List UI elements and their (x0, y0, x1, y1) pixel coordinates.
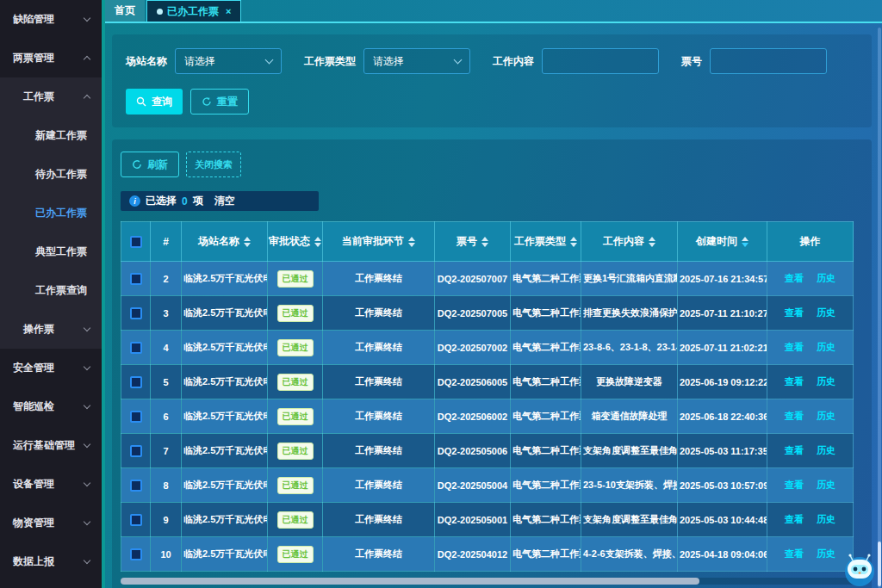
history-link[interactable]: 历史 (817, 514, 835, 524)
sort-icon[interactable] (742, 237, 748, 247)
cell-ticket-type: 电气第二种工作票 (511, 503, 581, 537)
chevron-down-icon (84, 518, 90, 525)
history-link[interactable]: 历史 (817, 376, 835, 387)
column-header-station[interactable]: 场站名称 (182, 222, 268, 262)
sidebar-item-work-ticket[interactable]: 工作票 (0, 77, 102, 116)
cell-created: 2025-06-18 22:40:36 (678, 399, 767, 434)
cell-index: 4 (151, 331, 182, 365)
sidebar-item-material-management[interactable]: 物资管理 (0, 504, 102, 542)
sort-icon[interactable] (408, 237, 415, 247)
view-link[interactable]: 查看 (785, 273, 804, 283)
table-row: 8 临洮2.5万千瓦光伏电.. 已通过 工作票终结 DQ2-202505004 … (121, 468, 854, 503)
sort-icon[interactable] (314, 237, 321, 247)
sidebar-item-operation-basic-management[interactable]: 运行基础管理 (0, 426, 102, 465)
cell-created: 2025-05-03 10:57:09 (678, 468, 767, 503)
sidebar-item-new-work-ticket[interactable]: 新建工作票 (0, 116, 102, 155)
station-name-select[interactable]: 请选择 (175, 48, 282, 74)
row-checkbox[interactable] (130, 342, 142, 354)
column-header-ticket-no[interactable]: 票号 (435, 222, 511, 262)
history-link[interactable]: 历史 (817, 548, 835, 559)
sidebar-item-label: 工作票查询 (35, 283, 87, 298)
history-link[interactable]: 历史 (817, 307, 835, 318)
sidebar-item-completed-work-ticket[interactable]: 已办工作票 (0, 194, 102, 232)
ticket-type-select[interactable]: 请选择 (363, 48, 470, 74)
sidebar-item-work-ticket-query[interactable]: 工作票查询 (0, 271, 102, 310)
chevron-up-icon (84, 56, 90, 63)
row-checkbox[interactable] (130, 548, 142, 560)
sort-icon[interactable] (649, 237, 655, 247)
query-button-label: 查询 (152, 95, 172, 109)
close-search-button[interactable]: 关闭搜索 (186, 152, 241, 177)
history-link[interactable]: 历史 (817, 445, 835, 455)
chevron-down-icon (84, 402, 90, 409)
reset-button[interactable]: 重置 (190, 89, 249, 115)
field-label: 工作内容 (493, 54, 534, 69)
row-checkbox[interactable] (130, 376, 142, 388)
cell-station: 临洮2.5万千瓦光伏电.. (182, 365, 268, 399)
sidebar-item-pending-work-ticket[interactable]: 待办工作票 (0, 155, 102, 194)
row-checkbox[interactable] (130, 445, 142, 457)
view-link[interactable]: 查看 (785, 548, 804, 559)
row-checkbox[interactable] (130, 273, 142, 285)
cell-ticket-type: 电气第二种工作票 (511, 365, 581, 399)
work-content-input[interactable] (542, 48, 659, 74)
view-link[interactable]: 查看 (785, 514, 804, 524)
cell-created: 2025-05-03 10:44:48 (678, 503, 767, 537)
column-header-step[interactable]: 当前审批环节 (323, 222, 435, 262)
cell-station: 临洮2.5万千瓦光伏电.. (182, 296, 268, 331)
cell-content: 23-8-6、23-1-8、23-1-9... (581, 331, 678, 365)
history-link[interactable]: 历史 (817, 411, 835, 421)
table-row: 5 临洮2.5万千瓦光伏电.. 已通过 工作票终结 DQ2-202506005 … (121, 365, 854, 399)
row-checkbox[interactable] (130, 480, 142, 492)
view-link[interactable]: 查看 (785, 376, 804, 387)
column-header-ticket-type[interactable]: 工作票类型 (511, 222, 581, 262)
row-checkbox[interactable] (130, 411, 142, 423)
column-header-created[interactable]: 创建时间 (678, 222, 767, 262)
status-badge: 已通过 (277, 477, 314, 494)
view-link[interactable]: 查看 (785, 480, 804, 490)
sort-icon[interactable] (570, 237, 577, 247)
sidebar-item-equipment-management[interactable]: 设备管理 (0, 465, 102, 504)
sidebar-item-typical-work-ticket[interactable]: 典型工作票 (0, 232, 102, 271)
horizontal-scrollbar-thumb[interactable] (121, 578, 699, 585)
refresh-button[interactable]: 刷新 (121, 152, 179, 177)
chevron-down-icon (454, 56, 463, 65)
view-link[interactable]: 查看 (785, 445, 804, 455)
tab-label: 首页 (115, 3, 135, 18)
assistant-robot-icon[interactable] (842, 552, 878, 588)
main-area: 首页已办工作票× 场站名称 请选择 工作票类型 请选择 工作内容 票号 查询 (102, 0, 882, 588)
tab-close-icon[interactable]: × (226, 6, 231, 16)
cell-content: 更换故障逆变器 (581, 365, 678, 399)
history-link[interactable]: 历史 (817, 480, 835, 490)
query-button[interactable]: 查询 (126, 89, 183, 115)
tab-completed-work-ticket[interactable]: 已办工作票× (146, 0, 241, 22)
sidebar-item-intelligent-inspection[interactable]: 智能巡检 (0, 387, 102, 426)
view-link[interactable]: 查看 (785, 307, 804, 318)
column-label: # (163, 236, 169, 248)
sidebar-item-safety-management[interactable]: 安全管理 (0, 349, 102, 387)
row-checkbox[interactable] (130, 514, 142, 526)
sidebar-item-data-reporting[interactable]: 数据上报 (0, 542, 102, 581)
ticket-no-input[interactable] (710, 48, 827, 74)
selection-bar: i 已选择 0 项 清空 (121, 191, 319, 211)
sidebar-item-defect-management[interactable]: 缺陷管理 (0, 0, 102, 39)
cell-station: 临洮2.5万千瓦光伏电.. (182, 262, 268, 296)
vertical-scrollbar-thumb[interactable] (878, 542, 881, 586)
view-link[interactable]: 查看 (785, 342, 804, 352)
sort-icon[interactable] (481, 237, 488, 247)
row-checkbox[interactable] (130, 307, 142, 319)
clear-selection-link[interactable]: 清空 (214, 194, 235, 208)
select-all-checkbox[interactable] (130, 236, 142, 248)
history-link[interactable]: 历史 (817, 273, 835, 283)
cell-index: 7 (151, 434, 182, 468)
tab-home[interactable]: 首页 (105, 0, 145, 22)
column-header-status[interactable]: 审批状态 (268, 222, 323, 262)
sidebar-item-two-ticket-management[interactable]: 两票管理 (0, 39, 102, 77)
horizontal-scrollbar[interactable] (121, 578, 863, 585)
history-link[interactable]: 历史 (817, 342, 835, 352)
sort-icon[interactable] (244, 237, 251, 247)
column-header-content[interactable]: 工作内容 (581, 222, 678, 262)
sidebar-item-operation-ticket[interactable]: 操作票 (0, 310, 102, 349)
view-link[interactable]: 查看 (785, 411, 804, 421)
vertical-scrollbar[interactable] (878, 28, 881, 588)
